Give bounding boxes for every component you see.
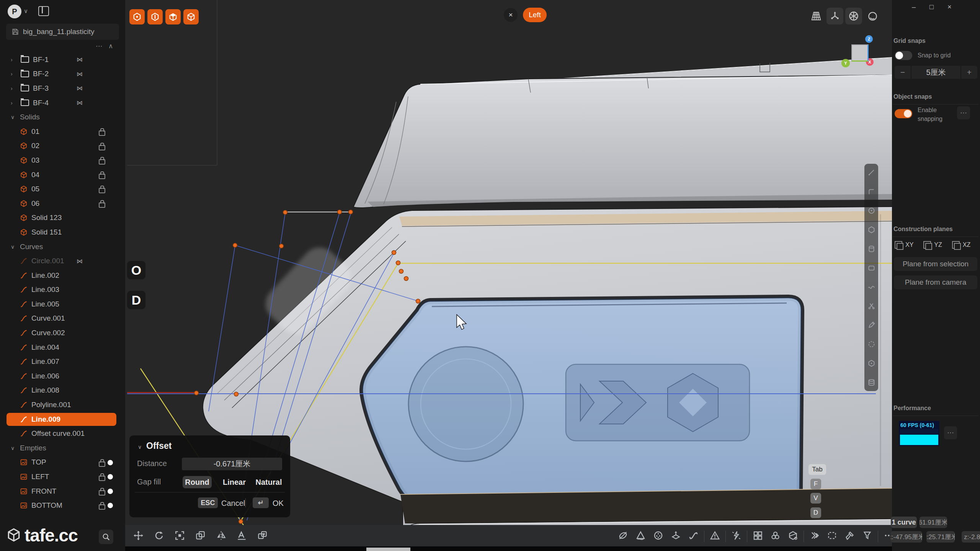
tree-item-empty[interactable]: TOP [0,455,125,470]
view-orientation-badge[interactable]: Left [523,8,547,22]
chevron-right-icon[interactable]: › [11,100,13,106]
wireframe-toggle[interactable] [634,528,648,543]
gap-fill-round-button[interactable]: Round [183,476,212,488]
construction-circle-tool-icon[interactable] [867,340,875,348]
rotate-tool-button[interactable] [152,528,166,543]
marquee-select-toggle[interactable] [825,528,839,543]
select-solid-button[interactable] [183,9,199,24]
section-view-toggle[interactable] [786,528,800,543]
tree-item-solid[interactable]: 03 [0,153,125,168]
tree-section-empties[interactable]: ∨Empties [0,441,125,455]
performance-mode-toggle[interactable] [729,528,743,543]
chevron-down-icon[interactable]: ∨ [24,8,28,15]
lock-icon[interactable] [99,476,105,481]
grid-size-decrease[interactable]: − [895,66,911,79]
visibility-dot[interactable] [108,503,113,508]
gap-fill-natural-button[interactable]: Natural [253,476,285,488]
filename-field[interactable]: big_bang_11.plasticity [6,24,119,40]
tree-item-curve[interactable]: Line.008 [0,383,125,398]
enable-snapping-toggle[interactable] [895,109,912,118]
points-toggle[interactable] [651,528,665,543]
lock-icon[interactable] [99,188,105,193]
tree-folder-bf4[interactable]: ›BF-4⋈ [0,96,125,110]
isolate-icon[interactable]: ⋈ [77,258,83,265]
tree-item-solid[interactable]: Solid 151 [0,225,125,240]
axis-z-handle[interactable]: Z [865,35,873,43]
performance-more-button[interactable]: ⋯ [944,426,957,439]
gap-fill-linear-button[interactable]: Linear [220,476,249,488]
select-face-button[interactable] [165,9,181,24]
cancel-button[interactable]: Cancel [221,499,245,508]
tree-folder-bf1[interactable]: ›BF-1⋈ [0,52,125,67]
camera-lens-button[interactable] [864,8,881,24]
tree-item-solid[interactable]: 02 [0,139,125,153]
visibility-dot[interactable] [108,474,113,479]
maximize-button[interactable]: □ [929,3,934,11]
distance-input[interactable]: -0.671厘米 [182,458,282,470]
view-cube[interactable]: Z X Y [838,32,880,70]
tree-item-solid[interactable]: 01 [0,124,125,139]
lock-icon[interactable] [99,159,105,165]
gizmo-button[interactable] [826,8,843,24]
ok-button[interactable]: OK [273,499,284,508]
app-logo[interactable]: P [8,5,21,18]
copy-button[interactable] [193,528,207,543]
isolate-icon[interactable]: ⋈ [77,85,83,92]
chevron-down-icon[interactable]: ∨ [11,114,15,120]
isolate-icon[interactable]: ⋈ [77,56,83,63]
chevron-down-icon[interactable]: ∨ [11,244,15,250]
tree-folder-bf3[interactable]: ›BF-3⋈ [0,81,125,96]
tree-item-empty[interactable]: BOTTOM [0,498,125,513]
tree-item-empty[interactable]: LEFT [0,469,125,484]
snapping-more-button[interactable]: ⋯ [957,106,970,119]
tree-section-curves[interactable]: ∨Curves [0,240,125,254]
isolate-icon[interactable]: ⋈ [77,70,83,78]
lock-icon[interactable] [99,174,105,179]
zoom-tool-chip[interactable] [99,530,113,544]
tree-item-curve[interactable]: Line.004 [0,340,125,355]
tree-folder-bf2[interactable]: ›BF-2⋈ [0,67,125,82]
tree-more-button[interactable]: ⋯ [96,42,102,51]
tree-item-solid[interactable]: 06 [0,196,125,211]
groups-toggle[interactable] [768,528,782,543]
grid-view-toggle[interactable] [751,528,765,543]
plane-xz-button[interactable]: XZ [963,241,970,248]
errors-toggle[interactable] [708,528,722,543]
isolate-icon[interactable]: ⋈ [77,99,83,106]
cylinder-tool-icon[interactable] [867,245,875,253]
tree-item-solid[interactable]: 04 [0,168,125,182]
tree-item-curve[interactable]: Line.003 [0,283,125,297]
grid-size-value[interactable]: 5厘米 [911,66,961,79]
tree-item-curve[interactable]: Offset curve.001 [0,426,125,441]
select-edge-button[interactable] [147,9,163,24]
plane-from-camera-button[interactable]: Plane from camera [894,276,977,289]
tree-item-solid[interactable]: 05 [0,182,125,196]
sidebar-toggle-icon[interactable] [38,6,49,16]
tree-item-curve-selected[interactable]: Line.009 [0,412,125,427]
plane-xy-button[interactable]: XY [905,241,913,248]
pencil-tool-icon[interactable] [867,321,875,329]
plane-from-selection-button[interactable]: Plane from selection [894,257,977,271]
polyline-tool-icon[interactable] [867,187,875,196]
chevron-right-icon[interactable]: › [11,57,13,63]
select-vertex-button[interactable] [129,9,145,24]
tree-item-curve[interactable]: Circle.001⋈ [0,254,125,268]
polygon-tool-icon[interactable] [867,226,875,234]
filter-button[interactable] [860,528,874,543]
plane-yz-button[interactable]: YZ [934,241,942,248]
grid-size-increase[interactable]: + [961,66,977,79]
trim-tool-icon[interactable] [867,302,875,310]
tree-item-curve[interactable]: Line.005 [0,297,125,311]
extrude-preview-toggle[interactable] [669,528,683,543]
rectangle-tool-icon[interactable] [867,264,875,272]
tree-item-curve[interactable]: Line.007 [0,354,125,369]
hexagon-tool-icon[interactable] [867,359,875,367]
visibility-dot[interactable] [108,489,113,494]
line-tool-icon[interactable] [867,168,875,176]
close-button[interactable]: × [947,3,952,11]
duplicate-button[interactable] [255,528,270,543]
visibility-dot[interactable] [108,460,113,465]
isoparam-toggle[interactable] [616,528,630,543]
chevron-right-icon[interactable]: › [11,71,13,77]
lock-icon[interactable] [99,490,105,496]
